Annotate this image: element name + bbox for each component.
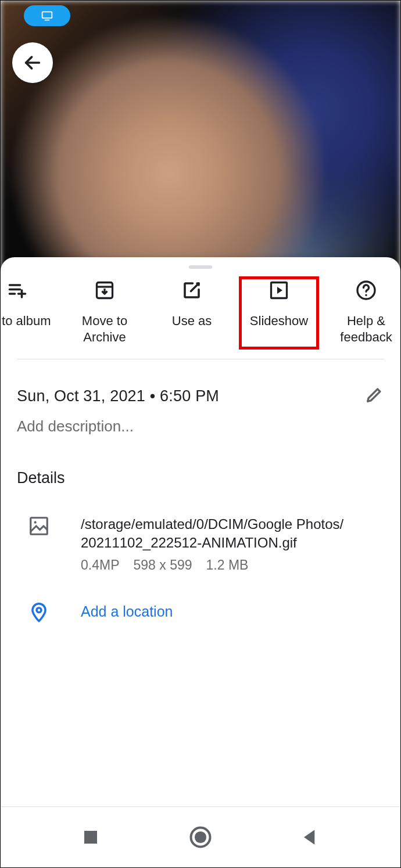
location-row[interactable]: Add a location <box>1 573 400 623</box>
action-move-to-archive[interactable]: Move to Archive <box>61 279 148 345</box>
location-pin-icon <box>28 601 50 623</box>
nav-back-button[interactable] <box>298 824 323 850</box>
file-path-line1: /storage/emulated/0/DCIM/Google Photos/ <box>81 516 343 532</box>
info-sheet: dd to album Move to Archive <box>1 257 400 806</box>
arrow-left-icon <box>23 53 42 73</box>
archive-icon <box>94 280 115 301</box>
file-size: 1.2 MB <box>206 557 249 573</box>
file-megapixels: 0.4MP <box>81 557 119 573</box>
file-detail-row: /storage/emulated/0/DCIM/Google Photos/ … <box>1 487 400 573</box>
cast-pill[interactable] <box>24 5 70 26</box>
open-external-icon <box>181 280 202 301</box>
svg-rect-0 <box>42 12 52 18</box>
file-path-line2: 20211102_222512-ANIMATION.gif <box>81 535 297 550</box>
file-dimensions: 598 x 599 <box>133 557 192 573</box>
action-add-to-album[interactable]: dd to album <box>0 279 61 345</box>
action-label: Slideshow <box>250 313 308 329</box>
svg-marker-21 <box>304 830 314 845</box>
svg-marker-12 <box>277 287 282 294</box>
action-label: Use as <box>172 313 212 329</box>
svg-point-20 <box>195 831 206 843</box>
svg-rect-18 <box>84 831 97 844</box>
action-use-as[interactable]: Use as <box>148 279 235 345</box>
nav-recent-button[interactable] <box>78 824 103 850</box>
action-row[interactable]: dd to album Move to Archive <box>0 269 400 359</box>
action-help-feedback[interactable]: Help & feedback <box>323 279 401 345</box>
svg-rect-11 <box>271 283 287 298</box>
action-slideshow[interactable]: Slideshow <box>235 279 323 345</box>
action-label: Help & feedback <box>340 313 392 345</box>
android-navbar <box>1 806 400 867</box>
add-location-link[interactable]: Add a location <box>81 603 173 620</box>
svg-point-16 <box>34 521 37 524</box>
svg-point-17 <box>37 608 41 613</box>
back-button[interactable] <box>12 42 53 83</box>
description-input[interactable]: Add description... <box>1 407 400 435</box>
playlist-add-icon <box>7 280 28 301</box>
svg-point-14 <box>365 294 367 296</box>
photo-datetime: Sun, Oct 31, 2021 • 6:50 PM <box>17 387 219 405</box>
nav-home-button[interactable] <box>188 824 213 850</box>
circle-icon <box>188 824 213 850</box>
pencil-icon <box>364 385 384 405</box>
details-header: Details <box>1 435 400 487</box>
square-icon <box>78 824 103 850</box>
edit-datetime-button[interactable] <box>364 385 384 407</box>
action-label: Move to Archive <box>61 313 148 345</box>
action-label: dd to album <box>0 313 51 329</box>
help-icon <box>356 280 377 301</box>
monitor-icon <box>40 10 55 21</box>
slideshow-icon <box>268 280 289 301</box>
triangle-left-icon <box>298 824 323 850</box>
image-icon <box>28 515 50 537</box>
